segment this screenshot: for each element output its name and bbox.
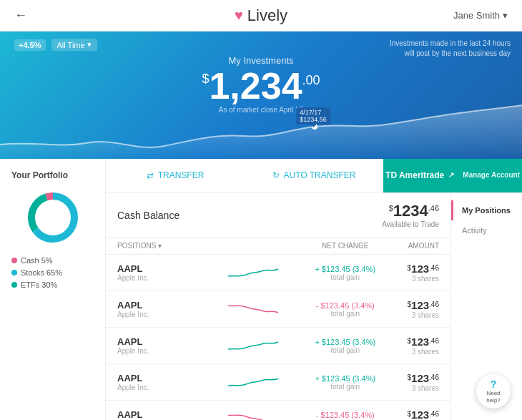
donut-svg xyxy=(24,189,82,246)
right-panel-positions[interactable]: My Positions xyxy=(451,200,522,220)
row-shares-1: 3 shares xyxy=(385,311,439,319)
auto-transfer-icon: ↻ xyxy=(272,170,280,180)
stocks-label: Stocks 65% xyxy=(21,268,62,277)
logo-text: Lively xyxy=(247,6,287,25)
row-info-1: AAPL Apple Inc. xyxy=(117,300,225,318)
table-header: POSITIONS ▾ NET CHANGE AMOUNT xyxy=(106,238,450,255)
sidebar-title: Your Portfolio xyxy=(11,170,94,180)
ticker-4: AAPL xyxy=(117,409,225,420)
col-positions-header[interactable]: POSITIONS ▾ xyxy=(117,242,225,250)
cash-sub-label: Available to Trade xyxy=(382,220,439,228)
tooltip-date: 4/17/17 xyxy=(300,109,327,116)
period-selector[interactable]: All Time ▾ xyxy=(51,39,97,51)
net-label-2: total gain xyxy=(305,346,386,354)
user-chevron-icon: ▾ xyxy=(503,10,508,21)
row-main-1: 123 xyxy=(411,299,429,311)
cash-label: Cash 5% xyxy=(21,256,53,265)
row-cents-3: .46 xyxy=(429,373,439,381)
period-label: All Time xyxy=(57,41,85,49)
row-cents-1: .46 xyxy=(429,301,439,308)
row-main-4: 123 xyxy=(411,409,429,420)
tab-auto-transfer-label: AUTO TRANSFER xyxy=(284,170,356,180)
company-name-3: Apple Inc. xyxy=(117,384,225,391)
user-menu[interactable]: Jane Smith ▾ xyxy=(453,10,508,21)
investment-chart: 4/17/17 $1234.56 xyxy=(0,102,522,159)
cash-balance-amount: $ 1234 .46 Available to Trade xyxy=(382,202,439,228)
row-net-1: - $123.45 (3.4%) total gain xyxy=(305,301,386,318)
net-value-2: + $123.45 (3.4%) xyxy=(305,338,386,346)
ticker-0: AAPL xyxy=(117,263,225,274)
legend-item-stocks: Stocks 65% xyxy=(11,268,94,277)
etfs-dot xyxy=(11,282,17,288)
legend-item-cash: Cash 5% xyxy=(11,256,94,265)
legend-item-etfs: ETFs 30% xyxy=(11,280,94,289)
table-row[interactable]: AAPL Apple Inc. - $123.45 (3.4%) total g… xyxy=(106,291,450,328)
help-button[interactable]: ? Needhelp? xyxy=(476,374,511,409)
sort-icon: ▾ xyxy=(158,242,162,250)
tab-bar: ⇄ TRANSFER ↻ AUTO TRANSFER TD Ameritrade… xyxy=(106,159,522,193)
row-info-3: AAPL Apple Inc. xyxy=(117,373,225,391)
sidebar: Your Portfolio Cash 5% Stocks 65% xyxy=(0,159,106,420)
ticker-3: AAPL xyxy=(117,373,225,384)
row-info-4: AAPL Apple Inc. xyxy=(117,409,225,420)
chart-tooltip: 4/17/17 $1234.56 xyxy=(296,107,330,124)
row-sparkline-1 xyxy=(225,298,305,320)
back-button[interactable]: ← xyxy=(14,8,27,23)
net-value-3: + $123.45 (3.4%) xyxy=(305,374,386,383)
row-sparkline-4 xyxy=(225,408,305,420)
ticker-1: AAPL xyxy=(117,300,225,311)
table-row[interactable]: AAPL Apple Inc. + $123.45 (3.4%) total g… xyxy=(106,255,450,291)
col-net-header: NET CHANGE xyxy=(305,242,386,250)
performance-badge: +4.5% xyxy=(14,39,46,51)
row-sparkline-3 xyxy=(225,371,305,393)
cash-dot xyxy=(11,258,17,263)
row-shares-0: 3 shares xyxy=(385,275,439,283)
tab-td-ameritrade[interactable]: TD Ameritrade ↗ Manage Account xyxy=(383,159,522,192)
cash-cents: .46 xyxy=(428,204,439,213)
content-panels: Cash Balance $ 1234 .46 Available to Tra… xyxy=(106,193,522,420)
tab-transfer-label: TRANSFER xyxy=(158,170,205,180)
row-cents-2: .46 xyxy=(429,337,439,345)
row-sparkline-0 xyxy=(225,262,305,283)
table-row[interactable]: AAPL Apple Inc. - $123.45 (3.4%) total g… xyxy=(106,401,450,420)
row-amount-2: $ 123 .46 3 shares xyxy=(385,336,439,356)
content-area: ⇄ TRANSFER ↻ AUTO TRANSFER TD Ameritrade… xyxy=(106,159,522,420)
row-amount-4: $ 123 .46 3 shares xyxy=(385,409,439,420)
row-main-2: 123 xyxy=(411,336,429,348)
tab-transfer[interactable]: ⇄ TRANSFER xyxy=(106,159,245,192)
legend: Cash 5% Stocks 65% ETFs 30% xyxy=(11,256,94,289)
row-shares-2: 3 shares xyxy=(385,348,439,356)
table-row[interactable]: AAPL Apple Inc. + $123.45 (3.4%) total g… xyxy=(106,364,450,401)
row-net-4: - $123.45 (3.4%) total gain xyxy=(305,411,386,421)
row-sparkline-2 xyxy=(225,335,305,356)
table-row[interactable]: AAPL Apple Inc. + $123.45 (3.4%) total g… xyxy=(106,328,450,364)
td-label-line1: TD Ameritrade xyxy=(385,170,444,180)
banner-amount: $ 1,234 .00 xyxy=(14,67,508,104)
row-cents-4: .46 xyxy=(429,410,439,418)
header: ← ♥ Lively Jane Smith ▾ xyxy=(0,0,522,31)
cash-main-amount: 1234 xyxy=(393,202,428,220)
banner-cents: .00 xyxy=(302,73,320,88)
cash-balance-label: Cash Balance xyxy=(117,210,179,221)
row-amount-3: $ 123 .46 3 shares xyxy=(385,372,439,392)
external-link-icon: ↗ xyxy=(448,171,454,179)
tab-auto-transfer[interactable]: ↻ AUTO TRANSFER xyxy=(245,159,383,192)
row-info-2: AAPL Apple Inc. xyxy=(117,336,225,355)
banner-title: My Investments xyxy=(14,55,508,66)
net-label-3: total gain xyxy=(305,383,386,391)
chart-svg xyxy=(0,102,522,159)
positions-table: AAPL Apple Inc. + $123.45 (3.4%) total g… xyxy=(106,255,450,420)
company-name-0: Apple Inc. xyxy=(117,274,225,282)
positions-label: POSITIONS xyxy=(117,242,156,250)
right-panel-activity[interactable]: Activity xyxy=(451,220,522,240)
row-amount-1: $ 123 .46 3 shares xyxy=(385,299,439,319)
investment-banner: +4.5% All Time ▾ Investments made in the… xyxy=(0,31,522,159)
transfer-icon: ⇄ xyxy=(147,170,154,180)
banner-dollar-sign: $ xyxy=(202,72,209,87)
net-value-1: - $123.45 (3.4%) xyxy=(305,301,386,310)
company-name-1: Apple Inc. xyxy=(117,311,225,318)
question-mark-icon: ? xyxy=(491,379,497,390)
ticker-2: AAPL xyxy=(117,336,225,347)
etfs-label: ETFs 30% xyxy=(21,280,57,289)
positions-panel[interactable]: Cash Balance $ 1234 .46 Available to Tra… xyxy=(106,193,450,420)
